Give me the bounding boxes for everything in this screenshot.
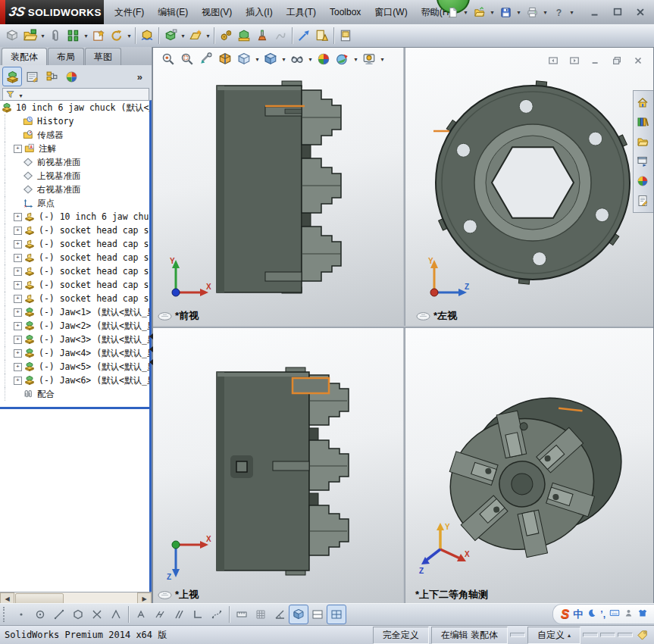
zoom-fit-icon[interactable] [159, 50, 177, 68]
viewport-splitter-horizontal[interactable] [153, 326, 653, 328]
display-mgr-icon[interactable] [62, 67, 80, 86]
dropdown-arrow-icon[interactable]: ▾ [254, 56, 261, 63]
menu-item[interactable]: 编辑(E) [151, 2, 195, 23]
tag-icon[interactable] [633, 626, 651, 644]
splinepts-icon[interactable] [208, 605, 226, 624]
tree-item[interactable]: 上视基准面 [0, 169, 149, 183]
large-assembly-icon[interactable] [235, 27, 253, 45]
open-document-icon[interactable] [21, 27, 39, 45]
dropdown-arrow-icon[interactable]: ▾ [126, 33, 133, 39]
ime-person-icon[interactable] [624, 608, 634, 621]
tree-expander[interactable]: + [14, 377, 22, 385]
tree-item[interactable]: 10 inch 6 jaw chuck (默认<默 [0, 101, 149, 114]
hide-items-icon[interactable] [288, 50, 306, 68]
doc-restore-icon[interactable] [608, 52, 626, 70]
dropdown-arrow-icon[interactable]: ▾ [542, 9, 549, 16]
menu-item[interactable]: 视图(V) [195, 2, 239, 23]
exploded-view-icon[interactable] [253, 27, 271, 45]
grid-icon[interactable] [252, 605, 270, 624]
dropdown-arrow-icon[interactable]: ▾ [205, 33, 211, 39]
line-icon[interactable] [50, 605, 68, 624]
print-icon[interactable] [523, 3, 541, 21]
menu-item[interactable]: 窗口(W) [368, 2, 414, 23]
tree-expander[interactable]: + [14, 308, 22, 317]
dropdown-arrow-icon[interactable]: ▾ [515, 9, 522, 16]
tree-item[interactable]: +(-) socket head cap screw_ [0, 264, 149, 278]
tree-expander[interactable]: + [14, 227, 22, 235]
tree-item[interactable]: +(-) 10 inch 6 jaw chuck<1 [0, 210, 149, 224]
dropdown-arrow-icon[interactable]: ▾ [379, 56, 386, 63]
tree-item[interactable]: +(-) socket head cap screw_ [0, 237, 149, 251]
prev-view-icon[interactable] [197, 50, 215, 68]
show-hidden-icon[interactable] [138, 27, 156, 45]
pane4-icon[interactable] [327, 605, 346, 624]
explorer-icon[interactable] [634, 132, 652, 152]
ime-keyboard-icon[interactable] [609, 608, 620, 621]
tree-item[interactable]: +(-) Jaw<6> (默认<默认_显示 [0, 374, 149, 387]
sogou-logo-icon[interactable]: S [561, 607, 569, 622]
panel-tab-inactive[interactable]: 布局 [48, 48, 84, 65]
tree-item[interactable]: +A注解 [0, 142, 149, 155]
edit-appearance-icon[interactable] [314, 50, 333, 68]
cube3d-icon[interactable] [289, 605, 308, 624]
tree-expander[interactable]: + [14, 336, 22, 344]
reference-geometry-icon[interactable] [186, 27, 205, 45]
move-component-icon[interactable] [108, 27, 126, 45]
menu-item[interactable]: 文件(F) [108, 2, 151, 23]
dropdown-arrow-icon[interactable]: ▾ [489, 9, 496, 16]
new-doc-icon[interactable] [443, 3, 462, 21]
view-orientation-icon[interactable] [235, 50, 253, 68]
dropdown-arrow-icon[interactable]: ▾ [568, 9, 575, 16]
dropdown-arrow-icon[interactable]: ▾ [352, 56, 359, 63]
component-pattern-icon[interactable] [64, 27, 83, 45]
search-icon[interactable] [424, 3, 443, 21]
tree-item[interactable]: 配合 [0, 387, 149, 401]
doc-min-icon[interactable] [587, 52, 605, 70]
feature-mgr-icon[interactable] [3, 67, 21, 86]
tree-item[interactable]: +(-) Jaw<5> (默认<默认_显示 [0, 360, 149, 374]
dropdown-arrow-icon[interactable]: ▾ [83, 33, 89, 39]
dropdown-arrow-icon[interactable]: ▾ [462, 9, 469, 16]
tree-item[interactable]: +(-) socket head cap screw_ [0, 224, 149, 237]
measure-icon[interactable] [295, 27, 313, 45]
viewport-front[interactable]: Y X *前视 [153, 48, 403, 326]
ime-moon-icon[interactable] [587, 608, 596, 621]
library-icon[interactable] [634, 112, 652, 132]
panel-tab-active[interactable]: 装配体 [2, 48, 47, 65]
tree-item[interactable]: History [0, 114, 149, 128]
ime-skin-icon[interactable] [637, 608, 648, 621]
dropdown-arrow-icon[interactable]: ▾ [180, 33, 186, 39]
doc-prev-icon[interactable] [544, 52, 562, 70]
tree-item[interactable]: 原点 [0, 196, 149, 210]
save-icon[interactable] [496, 3, 515, 21]
tree-expander[interactable]: + [14, 145, 22, 153]
tree-item[interactable]: 传感器 [0, 128, 149, 142]
viewport-top[interactable]: X Z *上视 [153, 328, 403, 604]
smart-fasteners-icon[interactable] [89, 27, 108, 45]
rel2-icon[interactable] [151, 605, 169, 624]
panel-tab-inactive[interactable]: 草图 [85, 48, 121, 65]
win-min-icon[interactable] [586, 3, 604, 21]
appearances-icon[interactable] [634, 171, 652, 191]
toolbar-drag-grip[interactable] [3, 607, 8, 622]
props-icon[interactable] [634, 191, 652, 211]
palette-icon[interactable] [634, 152, 652, 171]
doc-next-icon[interactable] [565, 52, 584, 70]
insert-component-icon[interactable] [3, 27, 21, 45]
tree-expander[interactable]: + [14, 240, 22, 249]
menu-item[interactable]: 插入(I) [239, 2, 279, 23]
extend-icon[interactable] [107, 605, 125, 624]
interference-icon[interactable] [313, 27, 331, 45]
display-style-icon[interactable] [261, 50, 280, 68]
trimx-icon[interactable] [88, 605, 106, 624]
menu-item[interactable]: Toolbox [323, 3, 368, 21]
viewport-iso[interactable]: Y X Z *上下二等角轴测 [405, 328, 653, 604]
tree-item[interactable]: +(-) socket head cap screw_ [0, 251, 149, 264]
parallel-icon[interactable] [170, 605, 188, 624]
win-max-icon[interactable] [609, 3, 627, 21]
menu-item[interactable]: 工具(T) [280, 2, 323, 23]
view-settings-icon[interactable] [360, 50, 378, 68]
photo-frame-icon[interactable] [336, 27, 355, 45]
open-icon[interactable] [470, 3, 488, 21]
dropdown-arrow-icon[interactable]: ▾ [280, 56, 287, 63]
